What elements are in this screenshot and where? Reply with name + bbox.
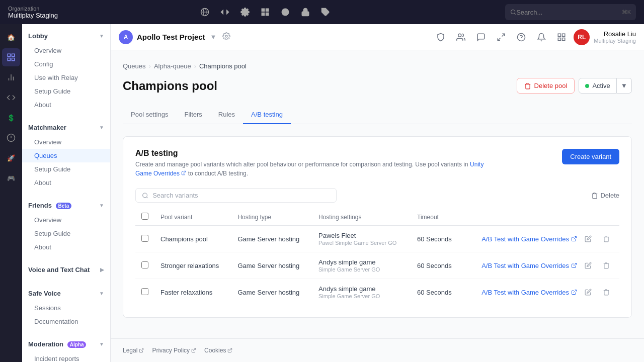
users-icon[interactable] xyxy=(453,29,469,45)
breadcrumb-queues[interactable]: Queues xyxy=(123,62,146,70)
code-icon[interactable] xyxy=(217,4,233,20)
th-actions xyxy=(462,209,619,226)
row-delete-button-2[interactable] xyxy=(599,258,613,273)
sidebar-item-lobby-overview[interactable]: Overview xyxy=(22,44,110,57)
rail-gamepad-icon[interactable]: 🎮 xyxy=(2,169,20,187)
row-delete-button-1[interactable] xyxy=(599,232,613,246)
eye-icon[interactable] xyxy=(277,4,293,20)
sidebar-header-matchmaker[interactable]: Matchmaker ▼ xyxy=(22,120,110,135)
sidebar-item-lobby-about[interactable]: About xyxy=(22,98,110,112)
create-variant-button[interactable]: Create variant xyxy=(562,149,619,164)
status-dot xyxy=(585,84,589,88)
sidebar-item-lobby-relay[interactable]: Use with Relay xyxy=(22,71,110,84)
expand-icon[interactable] xyxy=(493,29,509,45)
row-external-icon-1 xyxy=(571,236,577,242)
bell-icon[interactable] xyxy=(533,29,549,45)
sidebar-item-friends-about[interactable]: About xyxy=(22,240,110,254)
chat-icon[interactable] xyxy=(473,29,489,45)
rail-dashboard-icon[interactable] xyxy=(2,48,20,66)
sidebar-item-friends-overview[interactable]: Overview xyxy=(22,213,110,227)
globe-icon[interactable] xyxy=(197,4,213,20)
search-icon xyxy=(510,9,516,16)
project-settings-icon[interactable] xyxy=(222,32,230,42)
sidebar-item-moderation-incidents[interactable]: Incident reports xyxy=(22,352,110,362)
shield-icon[interactable] xyxy=(433,29,449,45)
row-checkbox-1[interactable] xyxy=(141,235,148,242)
row-checkbox-3[interactable] xyxy=(141,288,148,295)
user-text: Rosalie Liu Multiplay Staging xyxy=(594,30,636,44)
row-pool-variant-2: Stronger relaxations xyxy=(154,252,231,279)
sidebar-header-safe-voice[interactable]: Safe Voice ▼ xyxy=(22,286,110,301)
svg-line-25 xyxy=(502,34,505,36)
svg-point-34 xyxy=(143,193,147,198)
row-edit-button-1[interactable] xyxy=(581,232,595,246)
sidebar-item-matchmaker-about[interactable]: About xyxy=(22,176,110,190)
grid-icon[interactable] xyxy=(257,4,273,20)
settings-icon[interactable] xyxy=(237,4,253,20)
sidebar-item-safe-voice-docs[interactable]: Documentation xyxy=(22,315,110,328)
rail-code-icon[interactable] xyxy=(2,88,20,107)
sidebar-item-matchmaker-setup[interactable]: Setup Guide xyxy=(22,162,110,176)
org-name: Multiplay Staging xyxy=(8,12,103,19)
row-edit-button-3[interactable] xyxy=(581,285,595,299)
panel-header: A/B testing Create and manage pool varia… xyxy=(135,149,619,178)
sidebar-friends-label: Friends Beta xyxy=(28,202,71,209)
rail-rocket-icon[interactable]: 🚀 xyxy=(2,149,20,167)
search-input[interactable] xyxy=(516,9,621,16)
sidebar-item-friends-setup[interactable]: Setup Guide xyxy=(22,227,110,240)
project-avatar: A xyxy=(119,30,133,44)
lock-icon[interactable] xyxy=(297,4,313,20)
tab-ab-testing[interactable]: A/B testing xyxy=(243,106,291,124)
status-button[interactable]: Active xyxy=(579,78,616,94)
rail-home-icon[interactable]: 🏠 xyxy=(2,28,20,46)
help-icon[interactable] xyxy=(513,29,529,45)
delete-variant-button[interactable]: Delete xyxy=(591,192,619,199)
moderation-chevron: ▼ xyxy=(99,341,104,347)
tab-rules[interactable]: Rules xyxy=(210,106,243,124)
svg-line-38 xyxy=(574,290,577,293)
row-actions-container-3: A/B Test with Game Overrides xyxy=(468,285,613,299)
sidebar-item-lobby-config[interactable]: Config xyxy=(22,57,110,71)
sidebar-header-lobby[interactable]: Lobby ▼ xyxy=(22,28,110,44)
rail-dollar-icon[interactable]: 💲 xyxy=(2,109,20,127)
svg-point-11 xyxy=(511,10,515,14)
sidebar-header-friends[interactable]: Friends Beta ▼ xyxy=(22,198,110,213)
tag-icon[interactable] xyxy=(317,4,334,20)
breadcrumb-alpha-queue[interactable]: Alpha-queue xyxy=(154,62,191,70)
delete-pool-button[interactable]: Delete pool xyxy=(517,78,575,94)
global-search[interactable]: ⌘K xyxy=(505,4,636,20)
sidebar-matchmaker-label: Matchmaker xyxy=(28,124,66,131)
footer-privacy-link[interactable]: Privacy Policy xyxy=(152,347,196,354)
sidebar-header-voice[interactable]: Voice and Text Chat ▶ xyxy=(22,262,110,278)
sidebar-item-matchmaker-overview[interactable]: Overview xyxy=(22,135,110,149)
status-dropdown-button[interactable]: ▼ xyxy=(617,78,632,94)
apps-icon[interactable] xyxy=(553,29,570,45)
row-checkbox-2[interactable] xyxy=(141,261,148,268)
sidebar-item-matchmaker-queues[interactable]: Queues xyxy=(22,149,110,162)
rail-circle-icon[interactable] xyxy=(2,129,20,147)
row-delete-button-3[interactable] xyxy=(599,285,613,299)
row-ab-test-link-3[interactable]: A/B Test with Game Overrides xyxy=(481,289,577,296)
sidebar-moderation-label: Moderation Alpha xyxy=(28,340,86,348)
svg-line-26 xyxy=(498,38,500,40)
footer-cookies-link[interactable]: Cookies xyxy=(204,347,232,354)
panel-description: Create and manage pool variants which al… xyxy=(135,160,488,178)
select-all-checkbox[interactable] xyxy=(141,213,148,220)
delete-pool-label: Delete pool xyxy=(534,82,568,89)
sidebar-safe-voice-label: Safe Voice xyxy=(28,290,61,297)
row-edit-button-2[interactable] xyxy=(581,258,595,273)
tab-pool-settings[interactable]: Pool settings xyxy=(123,106,176,124)
row-ab-test-link-1[interactable]: A/B Test with Game Overrides xyxy=(481,235,577,243)
row-timeout-1: 60 Seconds xyxy=(411,226,462,252)
top-nav-icons xyxy=(197,4,334,20)
tab-filters[interactable]: Filters xyxy=(176,106,210,124)
project-dropdown-btn[interactable]: ▼ xyxy=(210,33,217,41)
svg-rect-9 xyxy=(302,12,309,16)
sidebar-header-moderation[interactable]: Moderation Alpha ▼ xyxy=(22,336,110,352)
search-variants-input[interactable] xyxy=(152,192,330,199)
sidebar-item-safe-voice-sessions[interactable]: Sessions xyxy=(22,301,110,315)
rail-chart-icon[interactable] xyxy=(2,68,20,86)
footer-legal-link[interactable]: Legal xyxy=(123,347,144,354)
row-ab-test-link-2[interactable]: A/B Test with Game Overrides xyxy=(481,262,577,269)
sidebar-item-lobby-setup[interactable]: Setup Guide xyxy=(22,84,110,98)
